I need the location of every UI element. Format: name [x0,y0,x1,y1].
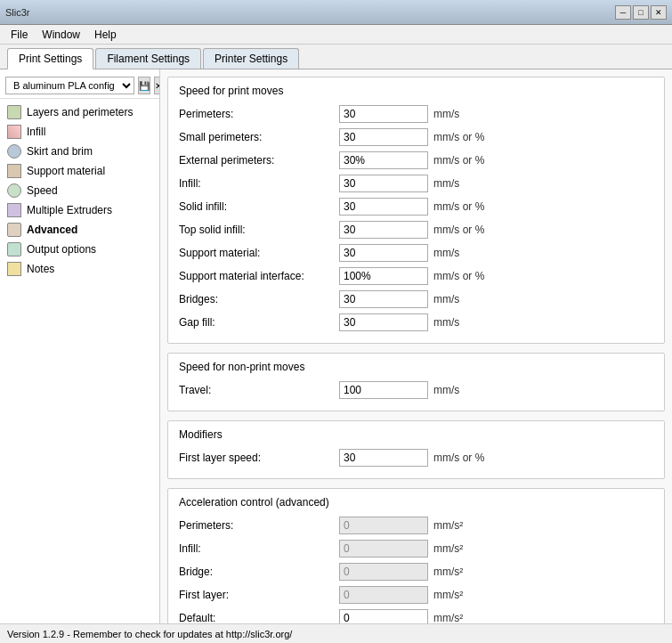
title-bar: Slic3r ─ □ ✕ [0,0,672,25]
label-small-perimeters: Small perimeters: [179,131,339,143]
label-accel-bridge: Bridge: [179,566,339,578]
input-infill[interactable] [339,175,428,192]
label-bridges: Bridges: [179,293,339,305]
field-row-support-material-interface: Support material interface: mm/s or % [179,266,653,286]
field-row-bridges: Bridges: mm/s [179,289,653,309]
unit-perimeters: mm/s [433,108,459,120]
label-accel-first-layer: First layer: [179,589,339,601]
sidebar-item-output[interactable]: Output options [0,240,159,259]
field-row-first-layer-speed: First layer speed: mm/s or % [179,448,653,468]
input-top-solid-infill[interactable] [339,221,428,239]
speed-icon [7,183,21,198]
minimize-button[interactable]: ─ [615,5,631,20]
input-external-perimeters[interactable] [339,151,428,169]
sidebar-label-output: Output options [27,243,96,256]
input-accel-first-layer[interactable] [339,586,428,604]
sidebar-item-advanced[interactable]: Advanced [0,220,159,240]
label-first-layer-speed: First layer speed: [179,452,339,464]
menu-help[interactable]: Help [87,27,124,43]
sidebar-item-extruders[interactable]: Multiple Extruders [0,200,159,220]
input-accel-default[interactable] [339,609,428,623]
section-modifiers: Modifiers First layer speed: mm/s or % [167,420,665,479]
infill-icon [7,125,21,139]
sidebar-label-layers: Layers and perimeters [27,106,133,118]
close-button[interactable]: ✕ [651,5,667,20]
field-row-infill: Infill: mm/s [179,174,653,193]
layers-icon [7,105,21,119]
input-gap-fill[interactable] [339,313,428,331]
input-accel-infill[interactable] [339,540,428,558]
sidebar-item-notes[interactable]: Notes [0,259,159,279]
field-row-accel-first-layer: First layer: mm/s² [179,585,653,605]
skirt-icon [7,144,21,159]
tab-print-settings[interactable]: Print Settings [7,48,93,69]
sidebar-label-speed: Speed [27,184,58,197]
field-row-support-material: Support material: mm/s [179,243,653,263]
content-panel: Speed for print moves Perimeters: mm/s S… [160,69,672,623]
field-row-small-perimeters: Small perimeters: mm/s or % [179,127,653,147]
speed-nonprint-title: Speed for non-print moves [179,361,653,373]
unit-small-perimeters: mm/s or % [433,131,484,143]
sidebar: B aluminum PLA config 💾 ✕ Layers and per… [0,69,160,623]
status-bar: Version 1.2.9 - Remember to check for up… [0,623,672,643]
tab-filament-settings[interactable]: Filament Settings [95,48,201,69]
unit-gap-fill: mm/s [433,316,459,329]
input-small-perimeters[interactable] [339,128,428,146]
field-row-perimeters: Perimeters: mm/s [179,104,653,124]
label-gap-fill: Gap fill: [179,316,339,329]
input-travel[interactable] [339,381,428,399]
sidebar-label-extruders: Multiple Extruders [27,204,112,216]
section-acceleration: Acceleration control (advanced) Perimete… [167,488,665,623]
tab-bar: Print Settings Filament Settings Printer… [0,45,672,69]
maximize-button[interactable]: □ [633,5,649,20]
save-config-button[interactable]: 💾 [138,77,150,94]
input-accel-perimeters[interactable] [339,517,428,534]
label-accel-default: Default: [179,612,339,623]
unit-travel: mm/s [433,384,459,396]
unit-top-solid-infill: mm/s or % [433,224,484,236]
menu-file[interactable]: File [4,27,35,43]
unit-accel-default: mm/s² [433,612,463,623]
unit-accel-perimeters: mm/s² [433,519,463,532]
label-support-material: Support material: [179,247,339,259]
advanced-icon [7,223,21,237]
input-support-material[interactable] [339,244,428,262]
sidebar-item-infill[interactable]: Infill [0,122,159,142]
input-first-layer-speed[interactable] [339,449,428,467]
section-speed-print: Speed for print moves Perimeters: mm/s S… [167,77,665,344]
input-accel-bridge[interactable] [339,563,428,581]
label-solid-infill: Solid infill: [179,200,339,213]
label-accel-infill: Infill: [179,542,339,555]
input-bridges[interactable] [339,290,428,308]
sidebar-item-layers[interactable]: Layers and perimeters [0,102,159,122]
unit-support-material: mm/s [433,247,459,259]
status-text: Version 1.2.9 - Remember to check for up… [7,629,292,639]
unit-infill: mm/s [433,177,459,190]
unit-support-material-interface: mm/s or % [433,270,484,282]
field-row-accel-infill: Infill: mm/s² [179,539,653,558]
sidebar-item-skirt[interactable]: Skirt and brim [0,142,159,161]
sidebar-label-infill: Infill [27,126,45,138]
field-row-gap-fill: Gap fill: mm/s [179,313,653,332]
input-perimeters[interactable] [339,105,428,123]
input-support-material-interface[interactable] [339,267,428,285]
config-select[interactable]: B aluminum PLA config [5,77,134,94]
input-solid-infill[interactable] [339,198,428,216]
menu-window[interactable]: Window [35,27,87,43]
delete-config-button[interactable]: ✕ [154,77,160,94]
label-travel: Travel: [179,384,339,396]
label-accel-perimeters: Perimeters: [179,519,339,532]
sidebar-item-speed[interactable]: Speed [0,181,159,200]
unit-accel-first-layer: mm/s² [433,589,463,601]
label-infill: Infill: [179,177,339,190]
tab-printer-settings[interactable]: Printer Settings [203,48,299,69]
label-support-material-interface: Support material interface: [179,270,339,282]
field-row-accel-perimeters: Perimeters: mm/s² [179,516,653,535]
sidebar-item-support[interactable]: Support material [0,161,159,181]
support-icon [7,164,21,178]
field-row-solid-infill: Solid infill: mm/s or % [179,197,653,216]
unit-accel-infill: mm/s² [433,542,463,555]
sidebar-label-support: Support material [27,165,105,177]
sidebar-config: B aluminum PLA config 💾 ✕ [0,73,159,99]
extruder-icon [7,203,21,217]
